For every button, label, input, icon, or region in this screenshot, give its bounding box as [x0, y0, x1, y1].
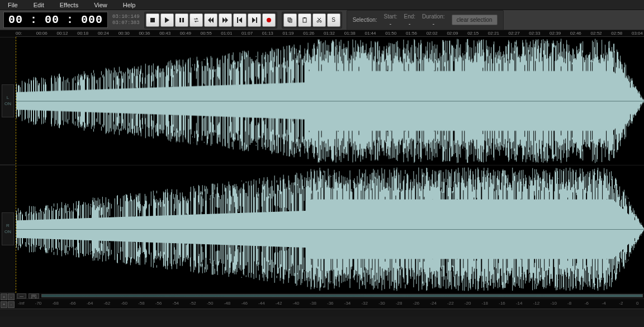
svg-rect-11 [256, 17, 257, 23]
db-tick: -54 [173, 301, 179, 306]
svg-rect-0 [150, 18, 155, 22]
select-button[interactable]: S [327, 13, 340, 27]
channel-left-label[interactable]: LON [0, 37, 16, 165]
time-tick: 01:26 [303, 31, 314, 36]
record-button[interactable] [262, 13, 276, 27]
db-tick: -Inf [18, 301, 25, 306]
timecode-info: 03:10:149 03:07:383 [112, 14, 140, 26]
channel-right-state: ON [4, 229, 11, 235]
db-tick: -6 [585, 301, 589, 306]
time-tick: 00:30 [119, 31, 130, 36]
db-tick: -66 [69, 301, 76, 306]
db-tick: -2 [619, 301, 623, 306]
channel-right-letter: R [4, 223, 11, 229]
play-button[interactable] [160, 13, 174, 27]
clear-selection-button[interactable]: clear selection [452, 15, 498, 25]
time-tick: 00:49 [180, 31, 191, 36]
time-tick: 00:12 [56, 31, 68, 36]
time-tick: 02:21 [488, 31, 499, 36]
zoom-out-v[interactable]: - [8, 301, 15, 308]
time-tick: 01:50 [385, 31, 396, 36]
db-tick: -16 [499, 301, 505, 306]
menu-effects[interactable]: Effects [54, 1, 88, 10]
db-tick: -20 [465, 301, 471, 306]
zoom-in-v[interactable]: + [1, 301, 7, 308]
svg-line-19 [318, 18, 321, 21]
db-tick: -70 [35, 301, 42, 306]
db-tick: -24 [430, 301, 437, 306]
selection-start-value: - [390, 20, 391, 27]
time-tick: 00:55 [201, 31, 212, 36]
db-tick: -38 [310, 301, 316, 306]
paste-button[interactable] [298, 13, 311, 27]
zoom-out-h[interactable]: - [8, 293, 15, 300]
rewind-button[interactable] [204, 13, 217, 27]
db-tick: -56 [155, 301, 162, 306]
channel-right-label[interactable]: RON [0, 165, 16, 293]
db-tick: 0 [636, 301, 638, 306]
menu-edit[interactable]: Edit [28, 1, 54, 10]
loop-track[interactable] [41, 294, 643, 297]
time-ruler[interactable]: 00:00:0600:1200:1800:2400:3000:3600:4300… [16, 30, 644, 37]
db-tick: -68 [52, 301, 59, 306]
loop-region-button[interactable]: [R] [29, 293, 39, 298]
loop-bar: — [R] [16, 293, 644, 298]
copy-button[interactable] [283, 13, 297, 27]
channel-left-letter: L [4, 95, 11, 101]
svg-marker-4 [208, 17, 211, 23]
stop-button[interactable] [146, 13, 159, 27]
waveform-right[interactable] [16, 165, 644, 293]
selection-label: Selection: [353, 17, 377, 23]
svg-rect-15 [303, 18, 306, 22]
selection-duration-value: - [433, 20, 434, 27]
time-tick: 02:15 [467, 31, 479, 36]
time-tick: 03:04 [632, 31, 643, 36]
time-tick: 02:02 [427, 31, 438, 36]
selection-end-label: End: [404, 13, 415, 20]
loop-button[interactable] [190, 13, 203, 27]
svg-point-12 [267, 18, 271, 22]
forward-button[interactable] [219, 13, 232, 27]
goto-start-button[interactable] [233, 13, 247, 27]
db-tick: -8 [567, 301, 571, 306]
time-tick: 00:24 [98, 31, 109, 36]
channel-gutter: LON RON + - + - [0, 30, 16, 309]
db-tick: -50 [207, 301, 214, 306]
db-tick: -28 [396, 301, 402, 306]
channel-left-state: ON [4, 101, 11, 107]
svg-point-17 [317, 21, 319, 22]
time-tick: 02:46 [570, 31, 581, 36]
time-tick: 01:07 [242, 31, 253, 36]
db-tick: -34 [344, 301, 351, 306]
edit-controls: S [282, 12, 342, 29]
loop-disable-button[interactable]: — [17, 293, 26, 298]
svg-line-20 [318, 18, 320, 21]
cut-button[interactable] [312, 13, 326, 27]
time-tick: 01:13 [262, 31, 273, 36]
time-tick: 01:19 [283, 31, 294, 36]
duration-total: 03:10:149 [112, 14, 140, 20]
db-tick: -32 [361, 301, 368, 306]
zoom-in-h[interactable]: + [1, 293, 7, 300]
time-tick: 01:56 [406, 31, 417, 36]
menu-file[interactable]: File [2, 1, 28, 10]
svg-marker-1 [165, 17, 169, 23]
goto-end-button[interactable] [248, 13, 261, 27]
main-area: 00:00:0600:1200:1800:2400:3000:3600:4300… [16, 30, 644, 309]
db-tick: -12 [533, 301, 540, 306]
time-tick: 00:36 [139, 31, 150, 36]
db-tick: -14 [516, 301, 523, 306]
db-scale: -Inf-70-68-66-64-62-60-58-56-54-52-50-48… [16, 298, 644, 309]
db-tick: -64 [87, 301, 93, 306]
waveform-container[interactable] [16, 37, 644, 293]
db-tick: -52 [190, 301, 196, 306]
time-tick: 02:39 [550, 31, 561, 36]
svg-rect-16 [304, 17, 305, 18]
time-tick: 02:58 [611, 31, 622, 36]
menu-view[interactable]: View [88, 1, 117, 10]
menu-help[interactable]: Help [117, 1, 146, 10]
pause-button[interactable] [175, 13, 188, 27]
selection-panel: Selection: Start:- End:- Duration:- clea… [347, 10, 504, 30]
position-current: 03:07:383 [112, 20, 140, 26]
waveform-left[interactable] [16, 37, 644, 165]
